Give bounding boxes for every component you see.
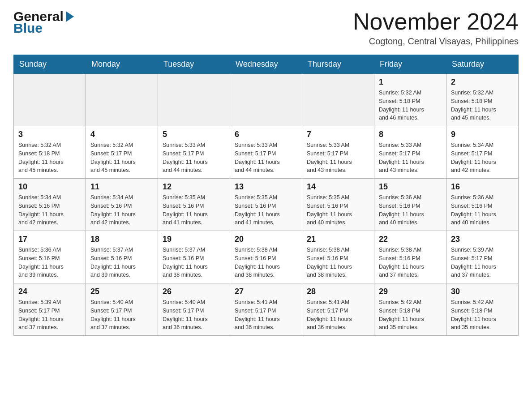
- day-info: Sunrise: 5:35 AM: [235, 193, 297, 202]
- day-info: Sunset: 5:17 PM: [307, 150, 369, 158]
- day-number: 8: [379, 130, 442, 139]
- day-info: Sunset: 5:16 PM: [18, 254, 81, 263]
- day-info: Daylight: 11 hours: [18, 263, 81, 271]
- day-info: Sunrise: 5:40 AM: [90, 298, 153, 307]
- calendar-cell: [14, 74, 86, 126]
- day-number: 19: [163, 235, 225, 244]
- day-info: and 35 minutes.: [379, 323, 442, 332]
- day-info: and 40 minutes.: [451, 218, 514, 227]
- day-number: 14: [307, 182, 369, 192]
- weekday-header: Saturday: [446, 55, 519, 74]
- day-info: Daylight: 11 hours: [18, 158, 81, 167]
- calendar-cell: 21Sunrise: 5:38 AMSunset: 5:16 PMDayligh…: [302, 231, 374, 283]
- calendar-cell: 7Sunrise: 5:33 AMSunset: 5:17 PMDaylight…: [302, 126, 374, 179]
- logo-blue-text: Blue: [13, 21, 43, 36]
- day-info: and 41 minutes.: [163, 218, 225, 227]
- day-info: and 37 minutes.: [379, 271, 442, 279]
- day-info: Sunrise: 5:32 AM: [379, 89, 442, 97]
- day-number: 3: [18, 130, 81, 139]
- day-info: and 41 minutes.: [235, 218, 297, 227]
- calendar-cell: 11Sunrise: 5:34 AMSunset: 5:16 PMDayligh…: [86, 179, 158, 231]
- day-info: Daylight: 11 hours: [18, 210, 81, 219]
- day-info: Sunrise: 5:39 AM: [451, 246, 514, 254]
- day-info: Sunset: 5:18 PM: [451, 97, 514, 106]
- calendar-cell: 26Sunrise: 5:40 AMSunset: 5:17 PMDayligh…: [158, 283, 230, 336]
- calendar-cell: 20Sunrise: 5:38 AMSunset: 5:16 PMDayligh…: [230, 231, 302, 283]
- calendar-cell: 24Sunrise: 5:39 AMSunset: 5:17 PMDayligh…: [14, 283, 86, 336]
- day-info: Sunset: 5:17 PM: [18, 307, 81, 315]
- calendar-cell: 4Sunrise: 5:32 AMSunset: 5:17 PMDaylight…: [86, 126, 158, 179]
- calendar-week-row: 17Sunrise: 5:36 AMSunset: 5:16 PMDayligh…: [14, 231, 519, 283]
- day-info: Sunset: 5:17 PM: [307, 307, 369, 315]
- day-info: Daylight: 11 hours: [235, 315, 297, 324]
- day-number: 4: [90, 130, 153, 139]
- day-info: Sunset: 5:16 PM: [90, 202, 153, 210]
- calendar-cell: [86, 74, 158, 126]
- day-info: Sunrise: 5:35 AM: [163, 193, 225, 202]
- day-number: 23: [451, 235, 514, 244]
- day-info: Sunset: 5:16 PM: [163, 202, 225, 210]
- day-info: Daylight: 11 hours: [379, 315, 442, 324]
- calendar-cell: 5Sunrise: 5:33 AMSunset: 5:17 PMDaylight…: [158, 126, 230, 179]
- day-info: Daylight: 11 hours: [90, 263, 153, 271]
- day-info: and 35 minutes.: [451, 323, 514, 332]
- calendar-cell: 9Sunrise: 5:34 AMSunset: 5:17 PMDaylight…: [446, 126, 519, 179]
- calendar-week-row: 10Sunrise: 5:34 AMSunset: 5:16 PMDayligh…: [14, 179, 519, 231]
- logo: General Blue: [13, 9, 75, 36]
- day-info: Sunrise: 5:33 AM: [235, 141, 297, 150]
- day-info: Sunrise: 5:38 AM: [379, 246, 442, 254]
- day-info: Sunset: 5:18 PM: [379, 307, 442, 315]
- day-info: and 42 minutes.: [451, 166, 514, 175]
- day-info: Daylight: 11 hours: [18, 315, 81, 324]
- day-info: and 39 minutes.: [18, 271, 81, 279]
- day-info: and 36 minutes.: [163, 323, 225, 332]
- calendar-week-row: 1Sunrise: 5:32 AMSunset: 5:18 PMDaylight…: [14, 74, 519, 126]
- day-info: Daylight: 11 hours: [90, 158, 153, 167]
- day-info: and 39 minutes.: [90, 271, 153, 279]
- day-info: Sunset: 5:17 PM: [235, 150, 297, 158]
- calendar-week-row: 3Sunrise: 5:32 AMSunset: 5:18 PMDaylight…: [14, 126, 519, 179]
- day-info: Sunset: 5:16 PM: [235, 202, 297, 210]
- day-info: Sunset: 5:16 PM: [18, 202, 81, 210]
- page-header: General Blue November 2024 Cogtong, Cent…: [13, 9, 519, 47]
- day-info: Daylight: 11 hours: [451, 106, 514, 114]
- day-info: Sunset: 5:16 PM: [451, 202, 514, 210]
- day-info: Daylight: 11 hours: [235, 210, 297, 219]
- day-info: Sunrise: 5:39 AM: [18, 298, 81, 307]
- day-info: Sunrise: 5:37 AM: [90, 246, 153, 254]
- day-number: 22: [379, 235, 442, 244]
- day-info: Sunrise: 5:38 AM: [235, 246, 297, 254]
- day-info: Daylight: 11 hours: [307, 158, 369, 167]
- calendar-cell: 12Sunrise: 5:35 AMSunset: 5:16 PMDayligh…: [158, 179, 230, 231]
- day-info: Sunset: 5:17 PM: [163, 150, 225, 158]
- day-info: Daylight: 11 hours: [235, 263, 297, 271]
- day-info: Sunset: 5:16 PM: [90, 254, 153, 263]
- day-number: 12: [163, 182, 225, 192]
- day-info: and 36 minutes.: [307, 323, 369, 332]
- calendar-subtitle: Cogtong, Central Visayas, Philippines: [353, 36, 519, 47]
- calendar-cell: 17Sunrise: 5:36 AMSunset: 5:16 PMDayligh…: [14, 231, 86, 283]
- day-number: 13: [235, 182, 297, 192]
- day-info: Sunrise: 5:41 AM: [307, 298, 369, 307]
- calendar-cell: 15Sunrise: 5:36 AMSunset: 5:16 PMDayligh…: [374, 179, 446, 231]
- day-info: Daylight: 11 hours: [235, 158, 297, 167]
- day-info: and 38 minutes.: [307, 271, 369, 279]
- day-info: and 43 minutes.: [379, 166, 442, 175]
- day-info: Sunrise: 5:36 AM: [451, 193, 514, 202]
- day-number: 25: [90, 287, 153, 296]
- calendar-cell: [230, 74, 302, 126]
- day-info: and 45 minutes.: [18, 166, 81, 175]
- day-info: and 42 minutes.: [18, 218, 81, 227]
- day-info: and 37 minutes.: [18, 323, 81, 332]
- weekday-header: Wednesday: [230, 55, 302, 74]
- calendar-cell: 30Sunrise: 5:42 AMSunset: 5:18 PMDayligh…: [446, 283, 519, 336]
- weekday-header: Thursday: [302, 55, 374, 74]
- day-info: Daylight: 11 hours: [90, 315, 153, 324]
- calendar-cell: 6Sunrise: 5:33 AMSunset: 5:17 PMDaylight…: [230, 126, 302, 179]
- day-number: 15: [379, 182, 442, 192]
- day-number: 20: [235, 235, 297, 244]
- day-info: Sunset: 5:17 PM: [235, 307, 297, 315]
- day-info: Sunset: 5:17 PM: [451, 150, 514, 158]
- day-info: and 36 minutes.: [235, 323, 297, 332]
- day-number: 18: [90, 235, 153, 244]
